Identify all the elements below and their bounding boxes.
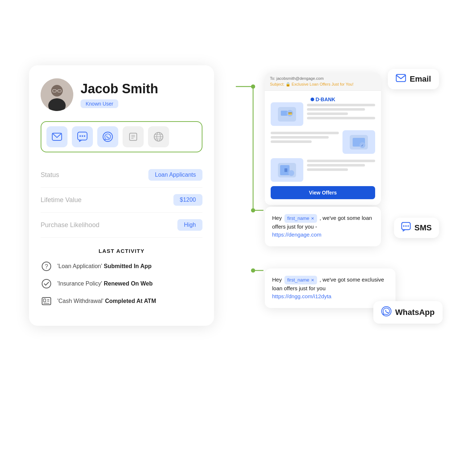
email-section-3 — [271, 158, 375, 182]
svg-point-51 — [405, 225, 407, 227]
whatsapp-badge-icon — [381, 306, 391, 319]
last-activity-section: LAST ACTIVITY ? 'Loan Application' Submi… — [41, 248, 202, 307]
profile-name: Jacob Smith — [81, 81, 158, 97]
question-icon: ? — [41, 260, 52, 272]
known-user-badge: Known User — [81, 99, 118, 108]
whatsapp-channel-button[interactable] — [97, 126, 118, 147]
svg-point-35 — [251, 268, 255, 273]
email-badge-label: Email — [410, 74, 431, 84]
email-channel-button[interactable] — [46, 126, 67, 147]
svg-point-34 — [251, 208, 255, 213]
channel-icons — [41, 121, 202, 152]
purchase-likelihood-value: High — [177, 219, 202, 231]
email-line — [307, 117, 375, 119]
profile-header: Jacob Smith Known User — [41, 78, 202, 111]
email-line — [271, 136, 329, 139]
bank-logo-dot — [311, 98, 314, 101]
email-image-3 — [271, 158, 303, 182]
email-section-1: 💳 — [271, 102, 375, 126]
atm-icon — [41, 295, 52, 307]
svg-text:💳: 💳 — [288, 111, 292, 116]
whatsapp-firstname-tag: first_name ✕ — [284, 276, 317, 284]
email-lines-2 — [271, 130, 339, 143]
activity-text-1: 'Loan Application' Submitted In App — [57, 263, 152, 270]
email-body: D·BANK 💳 — [265, 91, 381, 205]
svg-point-11 — [103, 132, 112, 141]
sms-firstname-tag: first_name ✕ — [284, 214, 317, 223]
status-row: Status Loan Applicants — [41, 163, 202, 188]
activity-text-2: 'Insurance Policy' Renewed On Web — [57, 280, 153, 287]
lifetime-value-label: Lifetime Value — [41, 196, 82, 204]
email-line — [307, 160, 375, 162]
activity-item-1: ? 'Loan Application' Submitted In App — [41, 260, 202, 272]
last-activity-title: LAST ACTIVITY — [41, 248, 202, 254]
email-line — [271, 132, 339, 134]
svg-point-52 — [407, 225, 409, 227]
web-channel-button[interactable] — [148, 126, 169, 147]
lifetime-value-row: Lifetime Value $1200 — [41, 188, 202, 213]
whatsapp-badge-label: WhatsApp — [395, 308, 435, 317]
email-line — [307, 164, 365, 167]
email-to: To: jacobsmith@dengage.com — [270, 76, 376, 81]
svg-point-50 — [403, 225, 405, 227]
email-header: To: jacobsmith@dengage.com Subject: 🔒 Ex… — [265, 73, 381, 91]
whatsapp-link[interactable]: https://dngg.com/i12dyta — [272, 293, 331, 299]
email-lines-3 — [307, 158, 375, 171]
sms-channel-button[interactable] — [72, 126, 93, 147]
svg-text:✓: ✓ — [361, 144, 364, 147]
purchase-likelihood-label: Purchase Likelihood — [41, 221, 99, 229]
email-badge-icon — [396, 74, 406, 84]
email-lines-1 — [307, 102, 375, 119]
sms-badge-icon — [401, 222, 411, 234]
email-subject: Subject: 🔒 Exclusive Loan Offers Just fo… — [270, 82, 376, 87]
whatsapp-badge: WhatsApp — [373, 301, 443, 324]
sms-message-text: Hey first_name ✕ , we've got some loan o… — [272, 214, 374, 239]
email-image-2: ✓ — [342, 130, 375, 154]
status-value: Loan Applicants — [148, 169, 202, 181]
bank-brand: D·BANK — [271, 97, 375, 102]
svg-point-10 — [84, 135, 85, 137]
activity-item-3: 'Cash Withdrawal' Completed At ATM — [41, 295, 202, 307]
whatsapp-message-text: Hey first_name ✕ , we've got some exclus… — [272, 276, 388, 301]
svg-rect-48 — [396, 74, 406, 82]
sms-card: Hey first_name ✕ , we've got some loan o… — [265, 207, 381, 246]
sms-tag-remove[interactable]: ✕ — [311, 216, 314, 222]
svg-point-47 — [288, 170, 294, 176]
svg-point-33 — [251, 85, 255, 89]
email-cta-button[interactable]: View Offers — [271, 186, 375, 199]
svg-rect-46 — [284, 168, 287, 172]
profile-card: Jacob Smith Known User — [29, 65, 214, 326]
svg-rect-25 — [44, 299, 46, 302]
email-image-1: 💳 — [271, 102, 303, 126]
info-rows: Status Loan Applicants Lifetime Value $1… — [41, 163, 202, 238]
sms-badge: SMS — [394, 218, 439, 238]
email-line — [271, 140, 312, 143]
right-side: To: jacobsmith@dengage.com Subject: 🔒 Ex… — [236, 65, 450, 348]
sms-badge-label: SMS — [414, 223, 432, 233]
activity-item-2: 'Insurance Policy' Renewed On Web — [41, 278, 202, 290]
push-channel-button[interactable] — [123, 126, 144, 147]
svg-point-9 — [82, 135, 83, 137]
profile-info: Jacob Smith Known User — [81, 81, 158, 108]
status-label: Status — [41, 171, 59, 179]
purchase-likelihood-row: Purchase Likelihood High — [41, 213, 202, 238]
activity-text-3: 'Cash Withdrawal' Completed At ATM — [57, 298, 156, 304]
svg-text:?: ? — [45, 263, 48, 270]
email-badge: Email — [388, 69, 439, 89]
avatar — [41, 78, 73, 111]
email-line — [307, 112, 348, 115]
checkmark-icon — [41, 278, 52, 290]
whatsapp-tag-remove[interactable]: ✕ — [311, 277, 314, 283]
email-line — [307, 104, 375, 106]
email-section-2: ✓ — [271, 130, 375, 154]
email-line — [307, 108, 365, 111]
email-preview-card: To: jacobsmith@dengage.com Subject: 🔒 Ex… — [265, 73, 381, 205]
lifetime-value-value: $1200 — [173, 194, 203, 206]
svg-point-23 — [42, 279, 51, 288]
email-line — [307, 168, 348, 171]
sms-link[interactable]: https://dengage.com — [272, 231, 321, 238]
svg-rect-37 — [281, 111, 287, 116]
svg-point-8 — [79, 135, 81, 137]
